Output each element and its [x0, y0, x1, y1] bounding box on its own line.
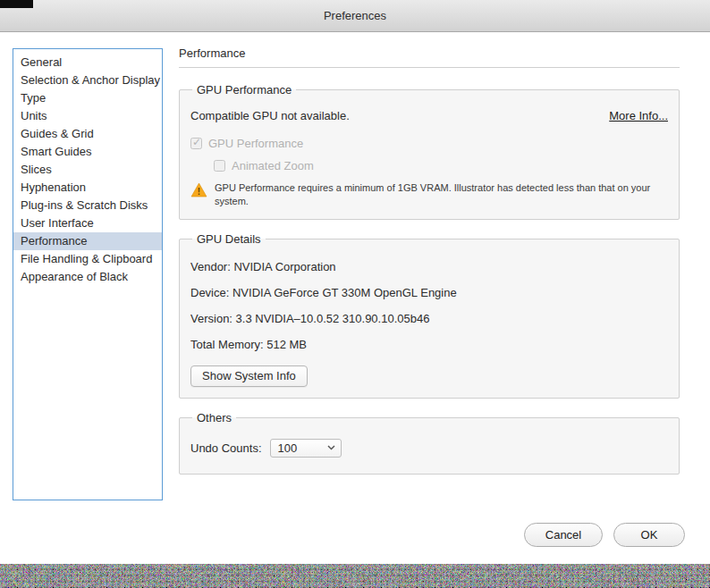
gpu-performance-checkbox-row: GPU Performance	[190, 137, 668, 150]
sidebar-item-user-interface[interactable]: User Interface	[13, 214, 162, 232]
gpu-performance-checkbox[interactable]	[190, 138, 202, 149]
ok-button[interactable]: OK	[613, 523, 685, 547]
panel-title: Performance	[179, 46, 680, 60]
gpu-status-row: Compatible GPU not available. More Info.…	[190, 109, 668, 122]
others-group: Others Undo Counts: 100	[179, 411, 680, 475]
gpu-details-group-label: GPU Details	[192, 232, 266, 246]
performance-panel: Performance GPU Performance Compatible G…	[179, 46, 680, 487]
chevron-down-icon	[327, 445, 335, 450]
sidebar-item-plugins-scratch-disks[interactable]: Plug-ins & Scratch Disks	[13, 197, 162, 214]
gpu-total-memory-text: Total Memory: 512 MB	[190, 338, 668, 351]
gpu-performance-group: GPU Performance Compatible GPU not avail…	[179, 83, 680, 220]
screen-artifact	[0, 0, 33, 8]
gpu-performance-group-label: GPU Performance	[192, 83, 296, 97]
show-system-info-button[interactable]: Show System Info	[190, 365, 308, 387]
gpu-device-text: Device: NVIDIA GeForce GT 330M OpenGL En…	[190, 286, 668, 299]
others-group-label: Others	[192, 411, 236, 424]
sidebar-item-file-handling-clipboard[interactable]: File Handling & Clipboard	[13, 250, 162, 268]
window-title: Preferences	[324, 9, 386, 22]
window-titlebar[interactable]: Preferences	[0, 0, 710, 32]
undo-counts-value: 100	[278, 441, 298, 455]
preferences-dialog: Preferences General Selection & Anchor D…	[0, 0, 710, 588]
undo-counts-row: Undo Counts: 100	[190, 439, 668, 458]
warning-triangle-icon: !	[190, 182, 207, 197]
sidebar-item-performance[interactable]: Performance	[13, 232, 162, 250]
vram-warning-text: GPU Performance requires a minimum of 1G…	[215, 181, 662, 208]
animated-zoom-checkbox-row: Animated Zoom	[214, 159, 668, 172]
screen-noise-band	[0, 564, 710, 588]
panel-title-divider	[179, 67, 680, 68]
more-info-link[interactable]: More Info...	[609, 109, 668, 122]
undo-counts-select[interactable]: 100	[270, 439, 342, 458]
animated-zoom-checkbox-label: Animated Zoom	[232, 159, 314, 172]
cancel-button[interactable]: Cancel	[524, 523, 603, 547]
undo-counts-label: Undo Counts:	[190, 441, 262, 455]
sidebar-item-type[interactable]: Type	[13, 89, 162, 107]
svg-text:!: !	[198, 187, 200, 197]
sidebar-item-hyphenation[interactable]: Hyphenation	[13, 179, 162, 197]
dialog-footer: Cancel OK	[524, 523, 685, 547]
vram-warning: ! GPU Performance requires a minimum of …	[190, 181, 668, 208]
gpu-performance-checkbox-label: GPU Performance	[208, 137, 303, 150]
sidebar-item-guides-grid[interactable]: Guides & Grid	[13, 125, 162, 143]
gpu-vendor-text: Vendor: NVIDIA Corporation	[190, 260, 668, 273]
gpu-status-text: Compatible GPU not available.	[190, 109, 350, 122]
sidebar-item-smart-guides[interactable]: Smart Guides	[13, 143, 162, 161]
gpu-version-text: Version: 3.3 NVIDIA–10.0.52 310.90.10.05…	[190, 312, 668, 325]
sidebar-item-selection-anchor-display[interactable]: Selection & Anchor Display	[13, 71, 162, 89]
sidebar-item-general[interactable]: General	[13, 54, 162, 71]
animated-zoom-checkbox[interactable]	[214, 160, 225, 172]
preferences-category-list: General Selection & Anchor Display Type …	[13, 48, 163, 500]
sidebar-item-appearance-of-black[interactable]: Appearance of Black	[13, 268, 162, 286]
sidebar-item-units[interactable]: Units	[13, 107, 162, 125]
sidebar-item-slices[interactable]: Slices	[13, 161, 162, 179]
gpu-details-group: GPU Details Vendor: NVIDIA Corporation D…	[179, 232, 680, 399]
